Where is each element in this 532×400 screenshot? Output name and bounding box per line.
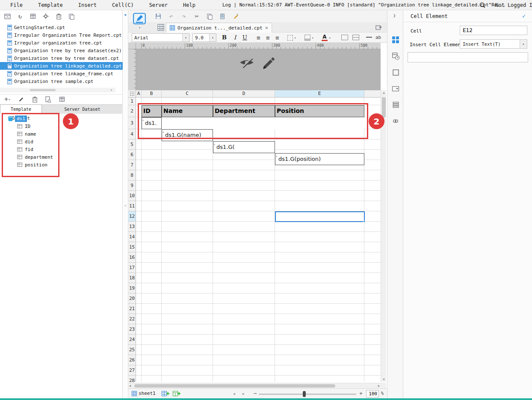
cell-C14[interactable] (162, 232, 213, 242)
cell-E2[interactable]: Position (275, 105, 364, 117)
cell-E3[interactable]: ds1.G(position) (275, 153, 364, 165)
save-icon[interactable] (154, 12, 163, 21)
edit-parameter-pane-icon[interactable] (261, 54, 275, 70)
cell-B3[interactable]: ds1. (142, 117, 162, 129)
cell-A4[interactable] (136, 129, 142, 139)
file-tree-item[interactable]: Irregular organization tree.cpt (0, 39, 123, 47)
cell-B4[interactable] (142, 129, 162, 139)
search-icon[interactable] (479, 2, 486, 9)
cell-E23[interactable] (275, 324, 364, 335)
zoom-value-input[interactable] (366, 390, 379, 397)
cell-B17[interactable] (142, 263, 162, 273)
cell-A26[interactable] (136, 355, 142, 365)
scroll-up-icon[interactable]: ▲ (381, 91, 387, 95)
column-header-D[interactable]: D (213, 90, 275, 98)
grid-toggle-icon[interactable] (157, 24, 164, 31)
zoom-slider-track[interactable] (259, 394, 356, 395)
row-header-17[interactable]: 17 (128, 263, 136, 273)
shape-icon[interactable] (391, 68, 400, 77)
column-header-E[interactable]: E (275, 90, 364, 98)
menu-insert[interactable]: Insert (78, 2, 97, 8)
cell-C27[interactable] (162, 365, 213, 376)
cell-B8[interactable] (142, 170, 162, 181)
column-header-B[interactable]: B (142, 90, 162, 98)
file-tree-item[interactable]: Organization tree linkage_frame.cpt (0, 70, 123, 77)
cell-C8[interactable] (162, 170, 213, 181)
add-aggregate-report-icon[interactable] (173, 391, 180, 397)
paste-icon[interactable] (218, 12, 227, 21)
delete-dataset-icon[interactable] (31, 96, 38, 104)
cell-element-value-input[interactable] (408, 52, 528, 62)
cell-C17[interactable] (162, 263, 213, 273)
cell-E18[interactable] (275, 273, 364, 283)
cell-D25[interactable] (213, 345, 275, 355)
view-grid-icon[interactable] (29, 12, 37, 20)
panel-splitter[interactable]: ◀ ◁ (123, 10, 128, 398)
menu-server[interactable]: Server (149, 2, 168, 8)
row-header-21[interactable]: 21 (128, 304, 136, 314)
cell-A9[interactable] (136, 181, 142, 191)
dataset-root-node[interactable]: ds1 (0, 115, 123, 122)
refresh-icon[interactable]: ↻ (16, 12, 24, 20)
cell-A3[interactable] (136, 117, 142, 129)
cell-E10[interactable] (275, 191, 364, 201)
cell-C21[interactable] (162, 304, 213, 314)
scroll-down-icon[interactable]: ▾ (110, 88, 112, 92)
chevron-down-icon[interactable]: ▾ (294, 36, 296, 40)
edit-dataset-icon[interactable] (17, 96, 25, 104)
cell-B24[interactable] (142, 335, 162, 345)
column-header-C[interactable]: C (162, 90, 213, 98)
scroll-thumb[interactable] (134, 384, 335, 388)
next-sheet-icon[interactable]: ▶ (242, 392, 245, 396)
fill-color-icon[interactable] (304, 35, 310, 41)
cell-A2[interactable] (136, 105, 142, 117)
export-icon[interactable] (375, 24, 382, 31)
cell-E11[interactable] (275, 201, 364, 211)
scroll-thumb[interactable] (30, 89, 56, 91)
chevron-down-icon[interactable]: ▾ (312, 36, 313, 40)
cell-A19[interactable] (136, 283, 142, 293)
scroll-left-icon[interactable]: ◀ (129, 384, 131, 388)
zoom-in-button[interactable]: + (359, 390, 363, 397)
cell-B10[interactable] (142, 191, 162, 201)
cell-B11[interactable] (142, 201, 162, 211)
cell-A28[interactable] (136, 376, 142, 382)
copy-icon[interactable] (205, 12, 214, 21)
scroll-down-icon[interactable]: ▼ (381, 378, 387, 381)
cell-B28[interactable] (142, 376, 162, 382)
font-family-select[interactable]: Arial ▾ (132, 33, 189, 42)
edit-table-icon[interactable] (58, 96, 66, 104)
cell-A1[interactable] (136, 98, 142, 105)
cell-A17[interactable] (136, 263, 142, 273)
cell-D20[interactable] (213, 293, 275, 304)
cell-element-icon[interactable] (391, 35, 400, 44)
dataset-tab-template[interactable]: Template Dataset (0, 104, 42, 114)
cell-A11[interactable] (136, 201, 142, 211)
cell-A5[interactable] (136, 139, 142, 150)
chevron-down-icon[interactable]: ▾ (209, 34, 216, 41)
collapse-right-panel-icon[interactable]: ❯ (393, 13, 396, 18)
text-format-icon[interactable]: ab (375, 35, 381, 40)
cell-C6[interactable] (162, 150, 213, 160)
cell-D26[interactable] (213, 355, 275, 365)
cell-B5[interactable] (142, 139, 162, 150)
cell-E21[interactable] (275, 304, 364, 314)
cell-D17[interactable] (213, 263, 275, 273)
undo-icon[interactable]: ↶ (167, 12, 175, 21)
cell-B22[interactable] (142, 314, 162, 324)
cell-D9[interactable] (213, 181, 275, 191)
cell-C24[interactable] (162, 335, 213, 345)
cell-C13[interactable] (162, 222, 213, 232)
cell-C10[interactable] (162, 191, 213, 201)
file-tree-item[interactable]: GettingStarted.cpt (0, 24, 123, 31)
cell-B20[interactable] (142, 293, 162, 304)
font-color-icon[interactable]: A (322, 34, 328, 41)
cell-B7[interactable] (142, 160, 162, 170)
row-header-23[interactable]: 23 (128, 324, 136, 335)
cell-C19[interactable] (162, 283, 213, 293)
align-left-icon[interactable]: ≡ (257, 34, 260, 41)
cell-D23[interactable] (213, 324, 275, 335)
cell-E15[interactable] (275, 242, 364, 252)
cell-D11[interactable] (213, 201, 275, 211)
report-blocks-icon[interactable] (391, 51, 400, 61)
